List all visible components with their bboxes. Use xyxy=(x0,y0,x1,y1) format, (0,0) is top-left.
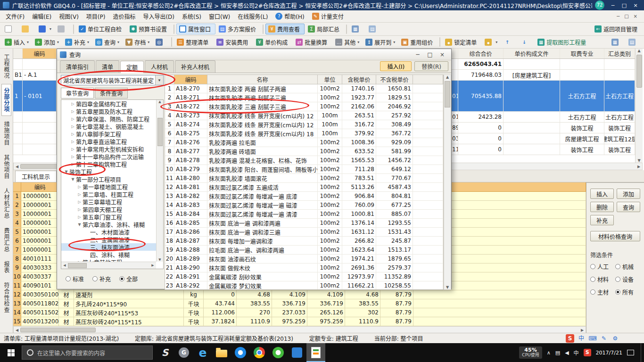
toolbar-button[interactable] xyxy=(366,24,382,34)
quota-table-row[interactable]: 12 A18-281 抹灰面过氯乙烯漆 五遍成活 100m2 5113.26 4… xyxy=(165,183,443,192)
toolbar-button[interactable]: 插入 ▾ xyxy=(2,37,32,48)
dialog-tab[interactable]: 清单指引 xyxy=(60,60,95,73)
horizontal-scrollbar[interactable]: ◀ ▶ xyxy=(61,262,156,269)
toolbar-button[interactable] xyxy=(73,25,74,34)
cpu-usage-badge[interactable]: 45%CPU使用 xyxy=(519,346,542,359)
scroll-up-icon[interactable]: ▲ xyxy=(636,49,643,53)
tray-icon[interactable]: ▤ xyxy=(555,350,560,356)
tree-item[interactable]: ▷ 第六章保温、隔热、防腐工程 xyxy=(61,115,156,123)
action-center-icon[interactable] xyxy=(627,350,634,355)
tray-icon[interactable]: ∧ xyxy=(547,350,551,356)
quota-table-row[interactable]: 22 A18-291 金属氟碳漆 刮砂效果 100m2 12973.97 113… xyxy=(165,272,443,281)
nav-tab[interactable]: 工程概况 xyxy=(1,50,11,82)
tray-icon[interactable]: ◀ xyxy=(565,350,569,356)
taskbar-app-icon[interactable] xyxy=(269,343,288,362)
tree-item[interactable]: ▷ 第一章楼地面工程 xyxy=(61,183,156,190)
vertical-scrollbar[interactable]: ▲ ▼ xyxy=(156,100,163,262)
filter-radio[interactable]: 人工 xyxy=(590,263,615,271)
toolbar-button[interactable] xyxy=(518,37,534,47)
scroll-down-icon[interactable]: ▼ xyxy=(446,285,449,289)
column-header-unit[interactable]: 单位 xyxy=(318,75,342,84)
filter-radio[interactable]: 材料 xyxy=(590,275,615,283)
nav-tab[interactable]: 符合性检查 xyxy=(1,279,11,317)
tree-item[interactable]: ▷ 第三章幕墙工程 xyxy=(61,198,156,206)
taskbar-app-icon[interactable] xyxy=(231,343,250,362)
scroll-left-icon[interactable]: ◀ xyxy=(14,165,20,169)
child-window-control-icon[interactable]: ─ xyxy=(617,14,619,19)
column-header-notax-price[interactable]: 不含税单价 xyxy=(376,75,413,84)
quota-table-row[interactable]: 14 A18-283 抹灰面过氯乙烯漆 每增减一遍 磁漆 100m2 760.0… xyxy=(165,201,443,210)
taskbar-app-icon[interactable]: e xyxy=(193,343,212,362)
nav-tab[interactable]: 报表 xyxy=(1,257,11,277)
tree-expand-icon[interactable]: ▼ xyxy=(70,177,76,181)
toolbar-button[interactable] xyxy=(349,24,365,34)
quota-table-row[interactable]: 13 A18-282 抹灰面过氯乙烯漆 每增减一遍 底漆 100m2 906.8… xyxy=(165,192,443,201)
toolbar-button[interactable]: 批量换算 xyxy=(293,37,332,48)
quota-table-row[interactable]: 18 A18-287 抹灰面 每增加一遍调和漆 100m2 266.82 245… xyxy=(165,237,443,246)
taskbar-app-icon[interactable] xyxy=(250,343,269,362)
quota-table-row[interactable]: 10 A18-279 抹灰面乳胶漆 阳台、雨蓬窗间墙、隔板等小面积 100m2 … xyxy=(165,165,443,174)
tree-expand-icon[interactable]: ▷ xyxy=(70,124,76,129)
tree-item[interactable]: 四、涂料、裱糊 xyxy=(61,251,156,258)
ime-indicator[interactable]: 中 xyxy=(574,349,579,356)
toolbar-button[interactable]: 返回项目管理 xyxy=(592,24,642,34)
toolbar-button[interactable]: 多方案报价 xyxy=(216,24,261,34)
taskbar-app-icon[interactable]: S xyxy=(156,343,174,362)
quota-table-row[interactable]: 15 A18-284 抹灰面过氯乙烯漆 每增减一遍 清漆 100m2 1000.… xyxy=(165,210,443,219)
vertical-scrollbar[interactable]: ▲ ▼ xyxy=(635,49,643,163)
menu-item[interactable]: 系统(S) xyxy=(178,10,205,22)
child-window-control-icon[interactable]: □ xyxy=(624,14,628,19)
quota-table-row[interactable]: 20 A18-289 抹灰面 油漆画石纹 100m2 1974.21 1879.… xyxy=(165,255,443,263)
scrollbar-thumb[interactable] xyxy=(445,81,450,107)
filter-radio[interactable]: 主材 xyxy=(590,288,615,296)
column-header-code[interactable]: 编码 xyxy=(174,75,207,84)
menu-item[interactable]: 帮助(H) xyxy=(272,10,308,22)
toolbar-button[interactable] xyxy=(383,28,591,30)
quota-table-row[interactable]: 23 A18-292 金属氟碳漆 梦幻效果 100m2 11662.21 102… xyxy=(165,281,443,290)
toolbar-button[interactable]: 展开到 ▾ xyxy=(363,37,398,48)
nav-tab[interactable]: 分部分项 xyxy=(1,84,11,116)
toolbar-button[interactable]: 存档 ▾ xyxy=(123,37,152,48)
dialog-tab[interactable]: 人材机 xyxy=(145,60,174,73)
menu-item[interactable]: 视图(V) xyxy=(55,10,83,22)
tree-expand-icon[interactable]: ▷ xyxy=(76,207,83,212)
tree-item[interactable]: ▷ 第十一章构品构件二次运输 xyxy=(61,153,156,160)
tree-item[interactable]: ▷ 第二章墙、柱面工程 xyxy=(61,190,156,198)
scrollbar-thumb[interactable] xyxy=(68,263,87,268)
toolbar-button[interactable] xyxy=(626,37,642,47)
toolbar-button[interactable]: 补充 ▾ xyxy=(62,37,92,48)
taskbar-app-icon[interactable] xyxy=(306,343,325,362)
menu-item[interactable]: 造价指标 xyxy=(109,10,139,22)
toolbar-button[interactable]: 局部汇总 xyxy=(305,24,344,34)
tree-item[interactable]: ▷ 第七章其他工程 xyxy=(61,258,156,262)
menu-item[interactable]: 在线服务(L) xyxy=(234,10,272,22)
column-header-profession[interactable]: 取费专业 xyxy=(560,49,604,58)
dialog-window-control-icon[interactable]: × xyxy=(436,51,448,58)
toolbar-button[interactable]: 属性窗口 xyxy=(176,24,215,34)
toolbar-button[interactable]: 查询 ▾ xyxy=(92,37,122,48)
taskbar-search-input[interactable]: 在这里输入你要搜索的内容 xyxy=(22,346,153,360)
scope-radio[interactable]: 标准 xyxy=(66,275,84,283)
tree-item[interactable]: ▷ 第四章金属结构工程 xyxy=(61,100,156,107)
speed-ball-badge[interactable]: 72 xyxy=(595,0,604,10)
tree-item[interactable]: 一、木材面油漆 xyxy=(61,228,156,236)
insert-button[interactable]: 插入(I) xyxy=(380,61,412,71)
tree-item[interactable]: ▷ 第七章混凝土、钢筋混凝土 xyxy=(61,123,156,130)
scrollbar-thumb[interactable] xyxy=(157,118,163,146)
panel-button[interactable]: 添加 xyxy=(617,189,640,199)
window-control-icon[interactable]: ─ xyxy=(607,2,619,8)
tab-labor-material-display[interactable]: 工料机显示 xyxy=(15,171,57,182)
menu-item[interactable]: 文件(F) xyxy=(2,10,28,22)
scroll-down-icon[interactable]: ▼ xyxy=(636,158,643,163)
tree-expand-icon[interactable]: ▷ xyxy=(70,109,76,114)
toolbar-button[interactable]: 单价构成 xyxy=(253,37,292,48)
column-header-price-file[interactable]: 单价构成文件 xyxy=(504,49,560,58)
tree-item[interactable]: ▷ 第九章垂直运输工程 xyxy=(61,138,156,145)
scope-radio[interactable]: 全部 xyxy=(119,275,138,283)
vertical-scrollbar[interactable]: ▲ ▼ xyxy=(444,74,451,290)
scrollbar-thumb[interactable] xyxy=(20,328,96,332)
menu-item[interactable]: 窗口(W) xyxy=(205,10,234,22)
ime-toolbar-icon[interactable]: ✎ xyxy=(600,334,608,343)
scroll-down-icon[interactable]: ▼ xyxy=(158,258,161,262)
toolbar-button[interactable]: 预算书设置 xyxy=(127,24,172,34)
